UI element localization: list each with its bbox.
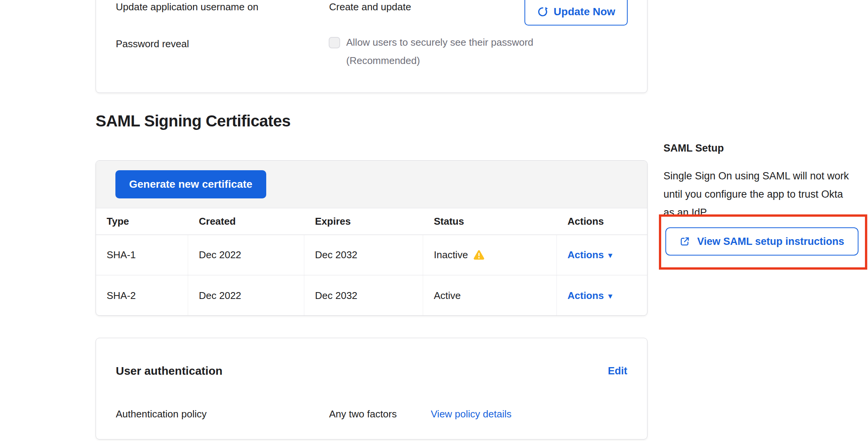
cert-status: Inactive (423, 235, 557, 275)
actions-label: Actions (567, 290, 604, 301)
cert-created: Dec 2022 (188, 275, 304, 316)
col-header-status: Status (423, 208, 557, 235)
provisioning-settings-card: Update application username on Create an… (96, 0, 647, 93)
update-now-button[interactable]: Update Now (524, 0, 628, 26)
policy-value: Any two factors (329, 408, 397, 420)
certificates-card-toolbar: Generate new certificate (96, 161, 647, 208)
col-header-created: Created (188, 208, 304, 235)
status-badge: Inactive (434, 249, 468, 261)
username-update-value: Create and update (329, 1, 411, 13)
cert-status: Active (423, 275, 557, 316)
edit-link[interactable]: Edit (608, 365, 627, 377)
actions-dropdown[interactable]: Actions▾ (567, 249, 612, 261)
red-highlight-annotation: View SAML setup instructions (659, 214, 867, 270)
cert-actions-cell: Actions▾ (557, 235, 647, 275)
cert-actions-cell: Actions▾ (557, 275, 647, 316)
cert-type: SHA-1 (96, 235, 188, 275)
col-header-actions: Actions (557, 208, 647, 235)
update-now-label: Update Now (554, 6, 615, 18)
password-reveal-label: Password reveal (116, 38, 189, 50)
card-title: User authentication (116, 364, 222, 377)
external-link-icon (679, 236, 690, 247)
warning-icon (473, 250, 484, 260)
status-badge: Active (434, 290, 461, 302)
chevron-down-icon: ▾ (608, 251, 612, 260)
cert-expires: Dec 2032 (304, 235, 423, 275)
policy-label: Authentication policy (116, 408, 206, 420)
cert-created: Dec 2022 (188, 235, 304, 275)
password-reveal-checkbox[interactable] (329, 37, 340, 48)
col-header-type: Type (96, 208, 188, 235)
page-title: SAML Signing Certificates (96, 112, 291, 130)
actions-dropdown[interactable]: Actions▾ (567, 290, 612, 302)
checkbox-label: Allow users to securely see their passwo… (346, 33, 533, 51)
password-reveal-description: Allow users to securely see their passwo… (346, 33, 533, 70)
saml-setup-title: SAML Setup (663, 142, 724, 154)
chevron-down-icon: ▾ (608, 291, 612, 300)
view-policy-details-link[interactable]: View policy details (431, 408, 512, 420)
generate-certificate-button[interactable]: Generate new certificate (115, 170, 266, 198)
refresh-icon (537, 6, 548, 18)
actions-label: Actions (567, 249, 604, 260)
cert-type: SHA-2 (96, 275, 188, 316)
view-saml-instructions-button[interactable]: View SAML setup instructions (665, 227, 858, 256)
username-update-label: Update application username on (116, 1, 258, 13)
col-header-expires: Expires (304, 208, 423, 235)
view-saml-instructions-label: View SAML setup instructions (697, 236, 844, 248)
user-authentication-card: User authentication Edit Authentication … (96, 338, 647, 439)
checkbox-note: (Recommended) (346, 51, 533, 70)
table-row: SHA-1 Dec 2022 Dec 2032 Inactive Actions… (96, 235, 647, 275)
saml-certificates-card: Generate new certificate Type Created Ex… (96, 160, 647, 316)
certificates-table-header: Type Created Expires Status Actions (96, 208, 647, 235)
saml-setup-description: Single Sign On using SAML will not work … (663, 167, 856, 222)
table-row: SHA-2 Dec 2022 Dec 2032 Active Actions▾ (96, 275, 647, 316)
cert-expires: Dec 2032 (304, 275, 423, 316)
